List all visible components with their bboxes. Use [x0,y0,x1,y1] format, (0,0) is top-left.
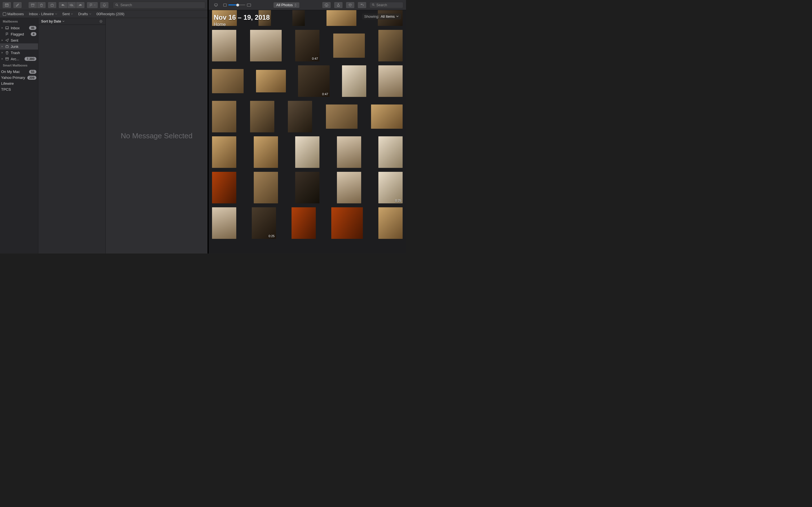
updown-icon [294,4,297,6]
share-button[interactable] [334,2,343,8]
photo-thumbnail[interactable] [342,65,366,97]
forward-button[interactable] [76,2,85,8]
sidebar-item-lifewire[interactable]: Lifewire [0,80,38,87]
photo-thumbnail[interactable] [331,207,363,239]
svg-point-7 [100,20,102,22]
photo-thumbnail[interactable]: 0:25 [378,172,403,203]
sidebar-item-inbox[interactable]: Inbox 46 [0,25,38,31]
grid-row [212,136,403,168]
sidebar-item-flagged[interactable]: Flagged 4 [0,31,38,37]
sidebar-item-trash[interactable]: Trash [0,50,38,56]
get-mail-button[interactable] [2,2,11,8]
photo-thumbnail[interactable] [337,172,361,203]
mail-app: Search Mailboxes Inbox - Lifewire Sent D… [0,0,207,253]
slider-thumb[interactable] [236,4,239,6]
badge: 4 [31,32,36,36]
zoom-in-icon [247,4,251,6]
video-duration: 0:47 [312,57,318,60]
favorites-mailboxes[interactable]: Mailboxes [3,12,24,16]
sidebar-item-on-my-mac[interactable]: On My Mac 55 [0,69,38,75]
photo-thumbnail[interactable] [326,105,357,129]
photo-thumbnail[interactable] [212,101,236,132]
junk-button[interactable] [48,2,57,8]
delete-button[interactable] [37,2,46,8]
photo-thumbnail[interactable]: 0:25 [252,207,276,239]
chevron-down-icon [62,20,64,23]
favorites-drafts[interactable]: Drafts [78,12,91,16]
photo-thumbnail[interactable] [333,34,365,58]
showing-filter[interactable]: Showing: All Items [362,13,401,19]
sidebar-item-archive[interactable]: Arc... 7,380 [0,56,38,62]
photo-thumbnail[interactable]: 0:47 [298,65,329,97]
reply-button[interactable] [58,2,67,8]
info-button[interactable] [322,2,331,8]
photo-thumbnail[interactable] [292,10,305,26]
photo-thumbnail[interactable]: 0:47 [295,30,319,61]
svg-rect-8 [214,4,218,6]
photo-thumbnail[interactable] [256,70,286,93]
favorites-receipts[interactable]: 00Receipts (209) [96,12,124,16]
photo-thumbnail[interactable] [254,172,278,203]
photo-thumbnail[interactable] [378,30,403,61]
reply-all-button[interactable] [67,2,76,8]
photo-thumbnail[interactable] [371,105,403,129]
message-list: Sort by Date [38,18,106,253]
disclosure-icon [1,39,3,41]
sidebar-section-smart: Smart Mailboxes [0,62,38,69]
mute-button[interactable] [100,2,109,8]
message-list-header[interactable]: Sort by Date [38,18,105,25]
sidebar-item-tpcs[interactable]: TPCS [0,87,38,93]
photo-thumbnail[interactable] [378,136,403,168]
compose-button[interactable] [13,2,22,8]
video-duration: 0:47 [322,93,328,96]
photo-thumbnail[interactable] [212,136,236,168]
sidebar-item-yahoo-primary[interactable]: Yahoo Primary 209 [0,75,38,80]
photo-thumbnail[interactable] [378,65,403,97]
heart-icon [348,3,352,7]
rotate-button[interactable] [357,2,366,8]
photo-thumbnail[interactable] [337,136,361,168]
compose-icon [15,3,19,7]
sidebar-toggle-button[interactable] [211,2,220,8]
photo-thumbnail[interactable] [295,172,319,203]
photo-thumbnail[interactable] [378,207,403,239]
rotate-icon [360,3,364,7]
zoom-out-icon [223,4,227,6]
photo-thumbnail[interactable] [212,69,244,93]
filter-icon[interactable] [99,20,103,23]
archive-button[interactable] [28,2,37,8]
flag-button[interactable] [87,2,98,8]
photos-toolbar: All Photos Search [209,0,406,10]
photos-grid[interactable]: 0:47 0:47 [209,10,406,253]
photo-thumbnail[interactable] [254,136,278,168]
badge: 46 [29,26,36,30]
photo-thumbnail[interactable] [292,207,316,239]
photo-thumbnail[interactable] [250,101,274,132]
grid-row: 0:47 [212,65,403,97]
photos-title: Nov 16 – 19, 2018 [214,13,270,21]
search-icon [115,3,119,7]
search-icon [372,3,375,6]
photos-filter-dropdown[interactable]: All Photos [273,2,300,8]
junk-icon [50,3,54,7]
reply-icon [61,3,65,7]
grid-row: 0:47 [212,30,403,61]
photo-thumbnail[interactable] [288,101,312,132]
photo-thumbnail[interactable] [250,30,282,61]
photo-thumbnail[interactable] [326,10,356,26]
sidebar-item-junk[interactable]: Junk [0,43,38,50]
zoom-slider[interactable] [223,4,251,6]
favorites-inbox-lifewire[interactable]: Inbox - Lifewire [29,12,57,16]
favorites-sent[interactable]: Sent [62,12,73,16]
slider-track[interactable] [229,4,245,5]
photo-thumbnail[interactable] [212,207,236,239]
photos-search-field[interactable]: Search [369,2,403,8]
photo-thumbnail[interactable] [295,136,319,168]
sidebar-item-sent[interactable]: Sent [0,37,38,43]
photo-thumbnail[interactable] [212,30,236,61]
photo-thumbnail[interactable] [212,172,236,203]
favorite-button[interactable] [346,2,355,8]
disclosure-icon [1,45,3,48]
trash-icon [40,3,43,7]
mail-search-field[interactable]: Search [113,2,205,8]
